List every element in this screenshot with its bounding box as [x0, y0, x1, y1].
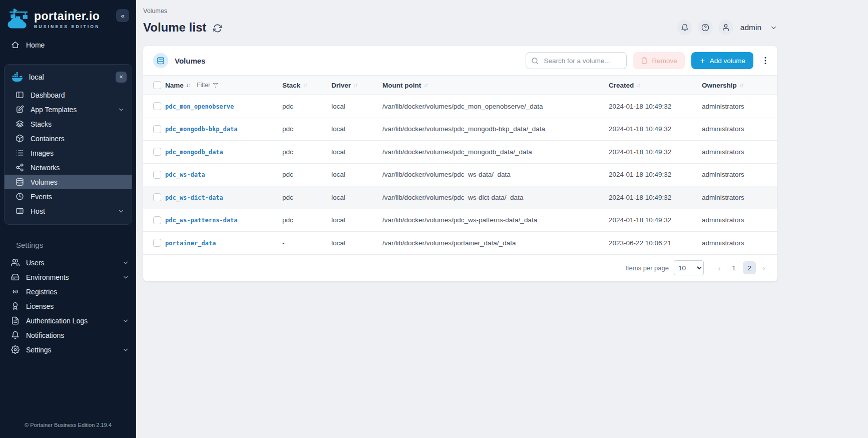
brand-name: portainer.io [34, 11, 100, 22]
row-checkbox-cell [143, 125, 165, 133]
table-row: pdc_mon_openobservepdclocal/var/lib/dock… [143, 95, 777, 118]
filter-label: Filter [197, 82, 210, 89]
next-page-button[interactable]: › [758, 264, 769, 272]
row-checkbox[interactable] [153, 125, 161, 133]
database-icon [157, 57, 165, 65]
environment-close-button[interactable]: × [116, 72, 127, 83]
select-all-checkbox[interactable] [153, 81, 161, 89]
ownership-cell: administrators [702, 125, 777, 133]
sidebar-item-label: App Templates [31, 106, 77, 114]
notifications-button[interactable] [677, 20, 692, 35]
page-header: Volumes Volume list admin [143, 6, 777, 35]
search-input[interactable] [543, 57, 621, 65]
volume-name-cell: pdc_ws-data [165, 171, 282, 178]
prev-page-button[interactable]: ‹ [714, 264, 725, 272]
row-checkbox[interactable] [153, 148, 161, 156]
sidebar-item-registries[interactable]: Registries [0, 284, 136, 299]
column-header-mount-point[interactable]: Mount point↓↑ [382, 82, 609, 89]
volume-name-link[interactable]: pdc_mongodb_data [165, 149, 223, 156]
sidebar-item-app-templates[interactable]: App Templates [5, 102, 132, 117]
environment-block: local × DashboardApp TemplatesStacksCont… [4, 64, 132, 225]
sidebar-item-settings[interactable]: Settings [0, 342, 136, 357]
users-icon [11, 258, 20, 267]
table-row: pdc_mongodb_datapdclocal/var/lib/docker/… [143, 141, 777, 164]
environment-header[interactable]: local × [5, 67, 132, 88]
sidebar-footer-version: © Portainer Business Edition 2.19.4 [0, 422, 136, 438]
table-row: portainer_data-local/var/lib/docker/volu… [143, 232, 777, 255]
chevron-down-icon [122, 346, 129, 353]
bell-icon [681, 24, 689, 32]
sidebar-item-volumes[interactable]: Volumes [5, 175, 132, 189]
sidebar-item-networks[interactable]: Networks [5, 160, 132, 175]
stack-cell: pdc [282, 171, 331, 178]
column-header-driver[interactable]: Driver↓↑ [331, 82, 382, 89]
sidebar-item-images[interactable]: Images [5, 146, 132, 160]
filter-button[interactable]: Filter [197, 82, 218, 89]
row-checkbox[interactable] [153, 193, 161, 201]
volume-name-link[interactable]: pdc_ws-data [165, 171, 205, 178]
sidebar-item-dashboard[interactable]: Dashboard [5, 88, 132, 102]
volume-name-link[interactable]: portainer_data [165, 240, 216, 247]
remove-button[interactable]: Remove [633, 52, 684, 69]
sort-asc-icon: ↑ [188, 82, 190, 88]
notifications-icon [11, 331, 20, 339]
row-checkbox[interactable] [153, 102, 161, 110]
breadcrumb[interactable]: Volumes [143, 6, 222, 15]
sidebar-item-stacks[interactable]: Stacks [5, 117, 132, 131]
authentication-logs-icon [11, 316, 20, 325]
mount-point-cell: /var/lib/docker/volumes/portainer_data/_… [382, 239, 609, 247]
ownership-cell: administrators [702, 148, 777, 156]
ownership-cell: administrators [702, 171, 777, 178]
chevron-down-icon[interactable] [770, 24, 777, 32]
row-checkbox[interactable] [153, 171, 161, 179]
column-header-name[interactable]: Name↓↑Filter [165, 82, 282, 89]
sidebar-item-environments[interactable]: Environments [0, 270, 136, 284]
column-header-stack[interactable]: Stack↓↑ [282, 82, 331, 89]
sidebar-item-authentication-logs[interactable]: Authentication Logs [0, 313, 136, 328]
search-box [526, 52, 627, 69]
row-checkbox[interactable] [153, 216, 161, 224]
page-button-2[interactable]: 2 [743, 261, 756, 274]
sidebar-item-containers[interactable]: Containers [5, 131, 132, 146]
row-checkbox[interactable] [153, 239, 161, 247]
settings-section-label: Settings [0, 225, 136, 255]
row-checkbox-cell [143, 171, 165, 179]
volume-name-link[interactable]: pdc_ws-dict-data [165, 194, 223, 201]
table-header: Name↓↑FilterStack↓↑Driver↓↑Mount point↓↑… [143, 75, 777, 95]
sidebar-collapse-button[interactable]: « [116, 9, 129, 22]
sidebar-item-label: Stacks [31, 120, 52, 128]
chevron-down-icon [122, 317, 129, 324]
add-volume-label: Add volume [710, 57, 745, 65]
sidebar-item-licenses[interactable]: Licenses [0, 299, 136, 313]
sort-asc-icon: ↑ [425, 82, 427, 88]
dashboard-icon [16, 91, 24, 99]
stack-cell: - [282, 239, 331, 247]
refresh-icon[interactable] [213, 24, 222, 33]
column-header-ownership[interactable]: Ownership↓↑ [702, 82, 777, 89]
user-name[interactable]: admin [740, 23, 761, 32]
sidebar-item-home[interactable]: Home [0, 38, 136, 52]
brand-box: portainer.io BUSINESS EDITION [34, 8, 100, 29]
more-options-icon[interactable] [760, 56, 770, 66]
chevron-down-icon [122, 274, 129, 281]
user-menu-button[interactable] [718, 20, 733, 35]
volume-name-link[interactable]: pdc_ws-patterns-data [165, 217, 238, 224]
sidebar-item-events[interactable]: Events [5, 189, 132, 204]
items-per-page-select[interactable]: 10 [674, 260, 704, 275]
volumes-icon [16, 178, 24, 186]
column-header-created[interactable]: Created↓↑ [609, 82, 702, 89]
sidebar-item-label: Containers [31, 135, 65, 143]
user-icon [722, 24, 730, 32]
sidebar-item-users[interactable]: Users [0, 255, 136, 270]
volume-name-link[interactable]: pdc_mongodb-bkp_data [165, 126, 238, 133]
sidebar-item-notifications[interactable]: Notifications [0, 328, 136, 342]
sidebar-item-host[interactable]: Host [5, 204, 132, 218]
volume-name-cell: pdc_mongodb_data [165, 148, 282, 156]
add-volume-button[interactable]: Add volume [691, 52, 753, 69]
page-button-1[interactable]: 1 [727, 261, 740, 274]
host-icon [16, 207, 24, 215]
created-cell: 2024-01-18 10:49:32 [609, 103, 702, 110]
volume-name-link[interactable]: pdc_mon_openobserve [165, 103, 234, 110]
portainer-logo-icon [7, 8, 30, 31]
help-button[interactable] [698, 20, 713, 35]
